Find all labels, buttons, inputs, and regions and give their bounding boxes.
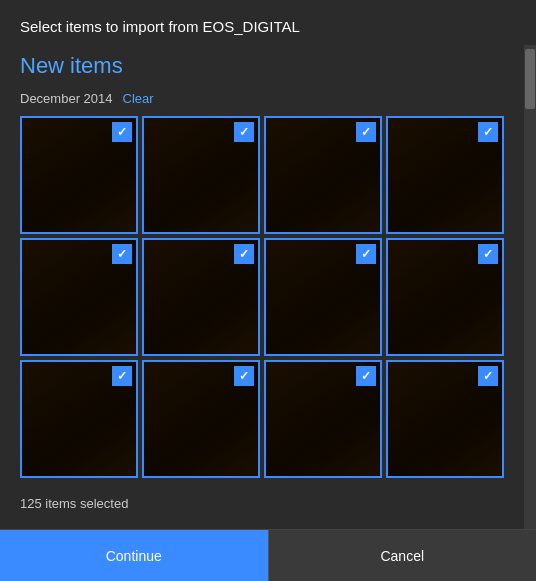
photo-cell[interactable] [142,116,260,234]
photo-cell[interactable] [386,360,504,478]
check-badge [356,244,376,264]
photo-cell[interactable] [264,360,382,478]
group-header: December 2014 Clear [20,91,504,106]
section-title: New items [20,45,504,79]
check-badge [356,122,376,142]
photo-cell[interactable] [386,238,504,356]
cancel-button[interactable]: Cancel [268,530,537,581]
photo-cell[interactable] [142,360,260,478]
import-dialog: Select items to import from EOS_DIGITAL … [0,0,536,581]
check-badge [234,366,254,386]
photo-cell[interactable] [264,238,382,356]
check-badge [478,366,498,386]
check-badge [478,122,498,142]
content-area: New items December 2014 Clear 125 items [0,45,536,529]
dialog-footer: Continue Cancel [0,529,536,581]
scrollbar-thumb[interactable] [525,49,535,109]
check-badge [112,244,132,264]
check-badge [112,122,132,142]
selection-count: 125 items selected [20,490,504,521]
continue-button[interactable]: Continue [0,530,268,581]
title-text: Select items to import from EOS_DIGITAL [20,18,300,35]
photo-cell[interactable] [264,116,382,234]
clear-link[interactable]: Clear [123,91,154,106]
scrollbar-track[interactable] [524,45,536,529]
photo-cell[interactable] [20,116,138,234]
photo-cell[interactable] [20,360,138,478]
photo-cell[interactable] [386,116,504,234]
check-badge [356,366,376,386]
check-badge [234,244,254,264]
check-badge [112,366,132,386]
check-badge [234,122,254,142]
photo-grid [20,116,504,478]
date-label: December 2014 [20,91,113,106]
main-content: New items December 2014 Clear 125 items [0,45,524,529]
photo-cell[interactable] [142,238,260,356]
dialog-title: Select items to import from EOS_DIGITAL [0,0,536,45]
check-badge [478,244,498,264]
photo-cell[interactable] [20,238,138,356]
